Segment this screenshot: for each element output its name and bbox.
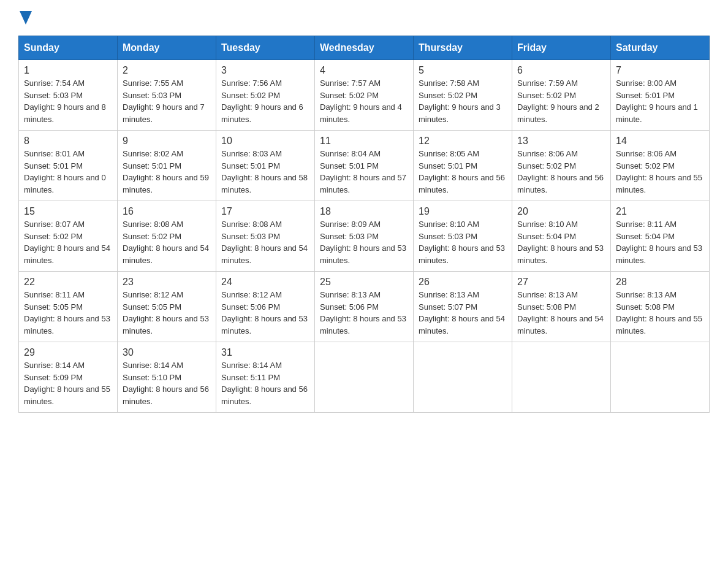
logo-arrow-icon	[20, 11, 32, 25]
day-number: 21	[616, 206, 704, 217]
calendar-cell: 23 Sunrise: 8:12 AMSunset: 5:05 PMDaylig…	[118, 272, 216, 342]
calendar-week-row: 22 Sunrise: 8:11 AMSunset: 5:05 PMDaylig…	[19, 272, 710, 342]
calendar-cell: 14 Sunrise: 8:06 AMSunset: 5:02 PMDaylig…	[611, 131, 710, 201]
calendar-cell	[315, 342, 414, 413]
col-saturday: Saturday	[611, 36, 710, 60]
day-number: 4	[320, 65, 408, 76]
day-number: 7	[616, 65, 704, 76]
calendar-cell: 12 Sunrise: 8:05 AMSunset: 5:01 PMDaylig…	[414, 131, 512, 201]
calendar-cell: 3 Sunrise: 7:56 AMSunset: 5:02 PMDayligh…	[216, 60, 315, 131]
calendar-cell: 26 Sunrise: 8:13 AMSunset: 5:07 PMDaylig…	[414, 272, 512, 342]
calendar-cell: 31 Sunrise: 8:14 AMSunset: 5:11 PMDaylig…	[216, 342, 315, 413]
calendar-cell: 30 Sunrise: 8:14 AMSunset: 5:10 PMDaylig…	[118, 342, 216, 413]
day-number: 18	[320, 206, 408, 217]
day-info: Sunrise: 7:55 AMSunset: 5:03 PMDaylight:…	[123, 79, 205, 124]
calendar-table: Sunday Monday Tuesday Wednesday Thursday…	[18, 36, 710, 413]
day-info: Sunrise: 8:06 AMSunset: 5:02 PMDaylight:…	[616, 149, 702, 194]
calendar-cell: 16 Sunrise: 8:08 AMSunset: 5:02 PMDaylig…	[118, 201, 216, 272]
day-number: 25	[320, 277, 408, 288]
day-number: 11	[320, 136, 408, 147]
logo	[18, 12, 32, 23]
calendar-cell: 1 Sunrise: 7:54 AMSunset: 5:03 PMDayligh…	[19, 60, 118, 131]
day-number: 26	[419, 277, 507, 288]
calendar-cell: 8 Sunrise: 8:01 AMSunset: 5:01 PMDayligh…	[19, 131, 118, 201]
day-info: Sunrise: 8:03 AMSunset: 5:01 PMDaylight:…	[221, 149, 308, 194]
col-monday: Monday	[118, 36, 216, 60]
calendar-cell	[611, 342, 710, 413]
calendar-cell: 29 Sunrise: 8:14 AMSunset: 5:09 PMDaylig…	[19, 342, 118, 413]
calendar-cell: 15 Sunrise: 8:07 AMSunset: 5:02 PMDaylig…	[19, 201, 118, 272]
calendar-cell	[512, 342, 611, 413]
day-number: 29	[24, 347, 112, 358]
day-info: Sunrise: 8:10 AMSunset: 5:04 PMDaylight:…	[517, 220, 604, 265]
day-info: Sunrise: 8:14 AMSunset: 5:10 PMDaylight:…	[123, 361, 209, 406]
day-number: 3	[221, 65, 309, 76]
day-info: Sunrise: 8:13 AMSunset: 5:06 PMDaylight:…	[320, 290, 406, 335]
day-info: Sunrise: 8:07 AMSunset: 5:02 PMDaylight:…	[24, 220, 110, 265]
calendar-cell: 7 Sunrise: 8:00 AMSunset: 5:01 PMDayligh…	[611, 60, 710, 131]
day-number: 5	[419, 65, 507, 76]
day-info: Sunrise: 8:02 AMSunset: 5:01 PMDaylight:…	[123, 149, 209, 194]
calendar-cell: 25 Sunrise: 8:13 AMSunset: 5:06 PMDaylig…	[315, 272, 414, 342]
col-friday: Friday	[512, 36, 611, 60]
day-info: Sunrise: 8:01 AMSunset: 5:01 PMDaylight:…	[24, 149, 106, 194]
calendar-cell: 5 Sunrise: 7:58 AMSunset: 5:02 PMDayligh…	[414, 60, 512, 131]
calendar-header-row: Sunday Monday Tuesday Wednesday Thursday…	[19, 36, 710, 60]
day-number: 24	[221, 277, 309, 288]
day-info: Sunrise: 8:13 AMSunset: 5:08 PMDaylight:…	[517, 290, 604, 335]
calendar-week-row: 1 Sunrise: 7:54 AMSunset: 5:03 PMDayligh…	[19, 60, 710, 131]
day-info: Sunrise: 8:08 AMSunset: 5:02 PMDaylight:…	[123, 220, 209, 265]
calendar-cell: 9 Sunrise: 8:02 AMSunset: 5:01 PMDayligh…	[118, 131, 216, 201]
calendar-cell: 17 Sunrise: 8:08 AMSunset: 5:03 PMDaylig…	[216, 201, 315, 272]
day-number: 1	[24, 65, 112, 76]
day-number: 13	[517, 136, 605, 147]
day-info: Sunrise: 8:12 AMSunset: 5:06 PMDaylight:…	[221, 290, 308, 335]
day-number: 19	[419, 206, 507, 217]
day-info: Sunrise: 8:04 AMSunset: 5:01 PMDaylight:…	[320, 149, 406, 194]
day-number: 6	[517, 65, 605, 76]
day-number: 27	[517, 277, 605, 288]
day-number: 30	[123, 347, 211, 358]
calendar-cell: 6 Sunrise: 7:59 AMSunset: 5:02 PMDayligh…	[512, 60, 611, 131]
day-number: 14	[616, 136, 704, 147]
page-header	[18, 12, 710, 23]
day-number: 22	[24, 277, 112, 288]
calendar-cell: 13 Sunrise: 8:06 AMSunset: 5:02 PMDaylig…	[512, 131, 611, 201]
day-info: Sunrise: 7:56 AMSunset: 5:02 PMDaylight:…	[221, 79, 303, 124]
calendar-week-row: 29 Sunrise: 8:14 AMSunset: 5:09 PMDaylig…	[19, 342, 710, 413]
day-number: 2	[123, 65, 211, 76]
day-info: Sunrise: 8:10 AMSunset: 5:03 PMDaylight:…	[419, 220, 505, 265]
day-info: Sunrise: 7:57 AMSunset: 5:02 PMDaylight:…	[320, 79, 402, 124]
calendar-cell: 20 Sunrise: 8:10 AMSunset: 5:04 PMDaylig…	[512, 201, 611, 272]
day-number: 31	[221, 347, 309, 358]
day-info: Sunrise: 8:09 AMSunset: 5:03 PMDaylight:…	[320, 220, 406, 265]
calendar-cell: 28 Sunrise: 8:13 AMSunset: 5:08 PMDaylig…	[611, 272, 710, 342]
calendar-week-row: 8 Sunrise: 8:01 AMSunset: 5:01 PMDayligh…	[19, 131, 710, 201]
day-number: 10	[221, 136, 309, 147]
day-number: 8	[24, 136, 112, 147]
day-number: 9	[123, 136, 211, 147]
day-info: Sunrise: 8:00 AMSunset: 5:01 PMDaylight:…	[616, 79, 698, 124]
col-sunday: Sunday	[19, 36, 118, 60]
calendar-cell: 21 Sunrise: 8:11 AMSunset: 5:04 PMDaylig…	[611, 201, 710, 272]
day-info: Sunrise: 8:11 AMSunset: 5:05 PMDaylight:…	[24, 290, 110, 335]
day-info: Sunrise: 7:58 AMSunset: 5:02 PMDaylight:…	[419, 79, 501, 124]
calendar-cell: 10 Sunrise: 8:03 AMSunset: 5:01 PMDaylig…	[216, 131, 315, 201]
day-info: Sunrise: 8:12 AMSunset: 5:05 PMDaylight:…	[123, 290, 209, 335]
day-info: Sunrise: 8:08 AMSunset: 5:03 PMDaylight:…	[221, 220, 308, 265]
day-info: Sunrise: 7:59 AMSunset: 5:02 PMDaylight:…	[517, 79, 599, 124]
calendar-cell: 22 Sunrise: 8:11 AMSunset: 5:05 PMDaylig…	[19, 272, 118, 342]
calendar-cell: 18 Sunrise: 8:09 AMSunset: 5:03 PMDaylig…	[315, 201, 414, 272]
calendar-cell	[414, 342, 512, 413]
day-number: 23	[123, 277, 211, 288]
svg-marker-0	[20, 11, 32, 25]
day-number: 15	[24, 206, 112, 217]
calendar-cell: 19 Sunrise: 8:10 AMSunset: 5:03 PMDaylig…	[414, 201, 512, 272]
day-number: 16	[123, 206, 211, 217]
day-info: Sunrise: 8:13 AMSunset: 5:07 PMDaylight:…	[419, 290, 505, 335]
day-info: Sunrise: 8:14 AMSunset: 5:09 PMDaylight:…	[24, 361, 110, 406]
day-number: 28	[616, 277, 704, 288]
col-wednesday: Wednesday	[315, 36, 414, 60]
day-info: Sunrise: 8:05 AMSunset: 5:01 PMDaylight:…	[419, 149, 505, 194]
day-info: Sunrise: 8:11 AMSunset: 5:04 PMDaylight:…	[616, 220, 702, 265]
